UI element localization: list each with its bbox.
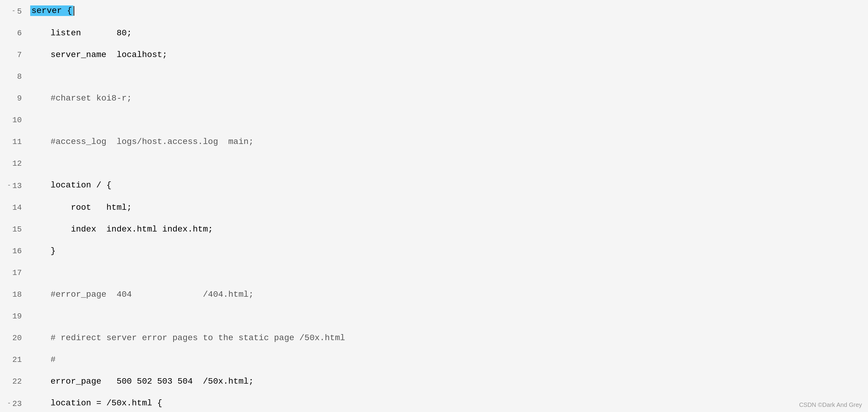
line-number-5: ⁃ 5 — [0, 1, 27, 22]
line-number-18: 18 — [0, 284, 27, 305]
code-line-11: 11 #access_log logs/host.access.log main… — [0, 131, 868, 153]
line-content-14: root html; — [27, 197, 868, 218]
line-number-21: 21 — [0, 349, 27, 371]
fold-icon-23[interactable]: ⁃ — [7, 393, 10, 412]
editor-container: ⁃ 5 server { 6 listen 80; 7 server_name … — [0, 0, 868, 412]
code-line-20: 20 # redirect server error pages to the … — [0, 327, 868, 349]
code-line-19: 19 — [0, 305, 868, 327]
text-cursor — [73, 6, 74, 16]
code-line-8: 8 — [0, 66, 868, 88]
code-line-23: ⁃ 23 location = /50x.html { — [0, 392, 868, 412]
code-line-10: 10 — [0, 109, 868, 131]
line-number-7: 7 — [0, 44, 27, 66]
code-line-15: 15 index index.html index.htm; — [0, 218, 868, 240]
code-line-22: 22 error_page 500 502 503 504 /50x.html; — [0, 371, 868, 392]
line-content-19 — [27, 305, 868, 327]
line-number-16: 16 — [0, 240, 27, 262]
line-number-12: 12 — [0, 153, 27, 174]
code-line-14: 14 root html; — [0, 197, 868, 218]
line-number-6: 6 — [0, 22, 27, 44]
line-content-20: # redirect server error pages to the sta… — [27, 327, 868, 349]
line-content-15: index index.html index.htm; — [27, 218, 868, 240]
watermark: CSDN ©Dark And Grey — [799, 402, 862, 408]
code-line-12: 12 — [0, 153, 868, 174]
line-content-21: # — [27, 349, 868, 371]
line-content-23: location = /50x.html { — [27, 392, 868, 412]
line-number-17: 17 — [0, 262, 27, 284]
code-line-6: 6 listen 80; — [0, 22, 868, 44]
line-content-16: } — [27, 240, 868, 262]
line-number-15: 15 — [0, 218, 27, 240]
line-content-18: #error_page 404 /404.html; — [27, 284, 868, 305]
line-number-8: 8 — [0, 66, 27, 88]
line-content-11: #access_log logs/host.access.log main; — [27, 131, 868, 153]
line-number-10: 10 — [0, 109, 27, 131]
code-line-21: 21 # — [0, 349, 868, 371]
line-number-23: ⁃ 23 — [0, 393, 27, 412]
fold-icon-5[interactable]: ⁃ — [12, 1, 15, 22]
line-number-9: 9 — [0, 88, 27, 109]
line-number-19: 19 — [0, 305, 27, 327]
line-number-14: 14 — [0, 197, 27, 218]
code-line-9: 9 #charset koi8-r; — [0, 88, 868, 109]
code-line-13: ⁃ 13 location / { — [0, 174, 868, 197]
line-number-13: ⁃ 13 — [0, 175, 27, 197]
code-area: ⁃ 5 server { 6 listen 80; 7 server_name … — [0, 0, 868, 412]
line-number-11: 11 — [0, 131, 27, 153]
line-content-7: server_name localhost; — [27, 44, 868, 66]
code-line-7: 7 server_name localhost; — [0, 44, 868, 66]
line-content-22: error_page 500 502 503 504 /50x.html; — [27, 371, 868, 392]
highlighted-text: server { — [30, 5, 73, 16]
line-number-20: 20 — [0, 327, 27, 349]
line-content-10 — [27, 109, 868, 131]
code-line-17: 17 — [0, 262, 868, 284]
code-line-5: ⁃ 5 server { — [0, 0, 868, 22]
line-content-13: location / { — [27, 174, 868, 196]
line-number-22: 22 — [0, 371, 27, 392]
code-line-18: 18 #error_page 404 /404.html; — [0, 284, 868, 305]
code-line-16: 16 } — [0, 240, 868, 262]
line-content-17 — [27, 262, 868, 284]
line-content-12 — [27, 153, 868, 174]
line-content-9: #charset koi8-r; — [27, 88, 868, 109]
fold-icon-13[interactable]: ⁃ — [7, 175, 10, 197]
line-content-8 — [27, 66, 868, 88]
line-content-6: listen 80; — [27, 22, 868, 44]
line-content-5: server { — [27, 0, 868, 22]
